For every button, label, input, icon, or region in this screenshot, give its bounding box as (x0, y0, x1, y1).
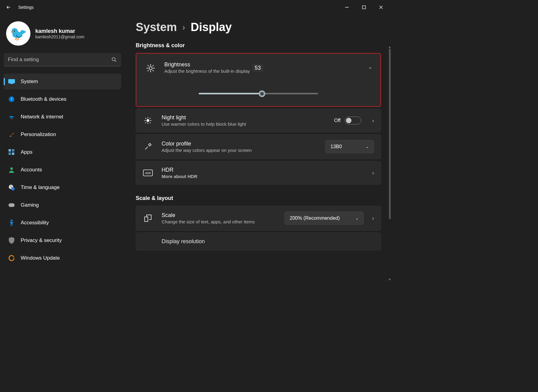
slider-thumb[interactable] (259, 90, 265, 97)
sidebar-item-gaming[interactable]: Gaming (4, 197, 121, 213)
svg-rect-9 (12, 152, 14, 155)
sun-icon (145, 64, 156, 73)
profile-block[interactable]: 🐦 kamlesh kumar kamlesh2011@gmail.com (4, 18, 121, 52)
svg-rect-3 (8, 79, 15, 83)
sidebar-item-bluetooth[interactable]: Bluetooth & devices (4, 91, 121, 107)
window-title: Settings (18, 5, 34, 10)
chevron-right-icon[interactable]: › (372, 170, 374, 176)
night-light-state: Off (334, 118, 341, 123)
sidebar-item-label: Privacy & security (21, 237, 62, 243)
night-light-card[interactable]: Night light Use warmer colors to help bl… (136, 109, 381, 132)
color-profile-selected: 13B0 (330, 144, 342, 149)
breadcrumb: System › Display (136, 21, 381, 34)
scale-card[interactable]: Scale Change the size of text, apps, and… (136, 206, 381, 231)
scroll-up-icon[interactable]: ▲ (388, 45, 391, 49)
sidebar-item-apps[interactable]: Apps (4, 144, 121, 160)
bluetooth-icon (8, 96, 15, 103)
sidebar-item-system[interactable]: System (4, 74, 121, 89)
profile-name: kamlesh kumar (35, 28, 84, 34)
color-profile-subtitle: Adjust the way colors appear on your scr… (162, 148, 317, 153)
scale-selected: 200% (Recommended) (290, 215, 340, 221)
svg-rect-19 (145, 217, 148, 222)
sidebar-item-label: Accounts (21, 167, 42, 173)
svg-rect-7 (12, 149, 14, 152)
hdr-icon: HDR (143, 170, 153, 176)
brightness-card[interactable]: Brightness Adjust the brightness of the … (136, 53, 381, 107)
search-icon (111, 57, 117, 62)
sidebar-item-label: Accessibility (21, 220, 49, 226)
chevron-down-icon[interactable]: › (367, 67, 374, 69)
profile-email: kamlesh2011@gmail.com (35, 34, 84, 39)
sidebar-item-label: Windows Update (21, 255, 60, 261)
hdr-subtitle[interactable]: More about HDR (162, 174, 364, 179)
sidebar-item-time-language[interactable]: Time & language (4, 180, 121, 195)
night-light-title: Night light (162, 114, 326, 121)
shield-icon (8, 237, 15, 244)
brush-icon (8, 131, 15, 138)
section-scale-layout: Scale & layout (136, 195, 381, 201)
night-light-toggle[interactable] (345, 117, 361, 124)
section-brightness-color: Brightness & color (136, 42, 381, 49)
color-profile-dropdown[interactable]: 13B0 ⌄ (325, 140, 374, 153)
hdr-title: HDR (162, 167, 364, 173)
clock-globe-icon (8, 184, 15, 191)
svg-point-10 (10, 167, 13, 170)
sidebar-item-privacy[interactable]: Privacy & security (4, 233, 121, 248)
scale-subtitle: Change the size of text, apps, and other… (162, 219, 276, 224)
display-resolution-card[interactable]: Display resolution (136, 233, 381, 250)
person-icon (8, 166, 15, 173)
eyedropper-icon (143, 143, 153, 151)
sidebar-item-network[interactable]: Network & internet (4, 109, 121, 125)
svg-point-12 (11, 187, 15, 191)
scroll-down-icon[interactable]: ▼ (388, 278, 391, 281)
scale-icon (143, 214, 153, 222)
breadcrumb-current: Display (191, 21, 232, 34)
scale-title: Scale (162, 212, 276, 219)
svg-point-14 (11, 219, 12, 221)
sidebar-item-windows-update[interactable]: Windows Update (4, 250, 121, 266)
chevron-down-icon: ⌄ (355, 216, 358, 220)
sidebar-item-accessibility[interactable]: Accessibility (4, 215, 121, 231)
svg-rect-1 (362, 6, 365, 9)
sidebar-item-label: Gaming (21, 202, 39, 208)
search-placeholder: Find a setting (8, 57, 111, 63)
close-button[interactable] (372, 1, 390, 13)
slider-fill (199, 93, 262, 94)
update-icon (8, 254, 15, 262)
gamepad-icon (8, 201, 15, 209)
system-icon (8, 78, 15, 85)
scrollbar-thumb[interactable] (389, 49, 391, 219)
sidebar-item-label: Time & language (21, 184, 60, 191)
brightness-slider[interactable] (199, 90, 318, 96)
sidebar-item-label: System (21, 79, 38, 85)
apps-icon (8, 149, 15, 156)
svg-rect-0 (345, 7, 349, 8)
sidebar-item-label: Network & internet (21, 114, 63, 120)
color-profile-title: Color profile (162, 141, 317, 147)
sidebar-item-label: Personalization (21, 131, 56, 138)
night-light-icon (143, 116, 153, 125)
search-input[interactable]: Find a setting (4, 53, 121, 66)
svg-point-15 (149, 67, 152, 70)
display-resolution-title: Display resolution (162, 238, 374, 245)
color-profile-card[interactable]: Color profile Adjust the way colors appe… (136, 134, 381, 159)
back-button[interactable] (2, 1, 15, 13)
wifi-icon (8, 113, 15, 121)
brightness-title: Brightness (164, 61, 250, 68)
brightness-subtitle: Adjust the brightness of the built-in di… (164, 68, 250, 74)
maximize-button[interactable] (355, 1, 372, 13)
breadcrumb-parent[interactable]: System (136, 21, 177, 34)
svg-point-16 (146, 119, 149, 122)
sidebar-item-accounts[interactable]: Accounts (4, 162, 121, 178)
hdr-card[interactable]: HDR HDR More about HDR › (136, 161, 381, 185)
minimize-button[interactable] (338, 1, 355, 13)
chevron-right-icon[interactable]: › (372, 117, 374, 124)
chevron-right-icon: › (182, 23, 185, 32)
svg-point-2 (112, 58, 115, 61)
brightness-value: 53 (252, 64, 263, 72)
avatar: 🐦 (6, 21, 30, 46)
scale-dropdown[interactable]: 200% (Recommended) ⌄ (285, 212, 364, 225)
chevron-right-icon[interactable]: › (372, 215, 374, 222)
accessibility-icon (8, 219, 15, 226)
sidebar-item-personalization[interactable]: Personalization (4, 127, 121, 142)
